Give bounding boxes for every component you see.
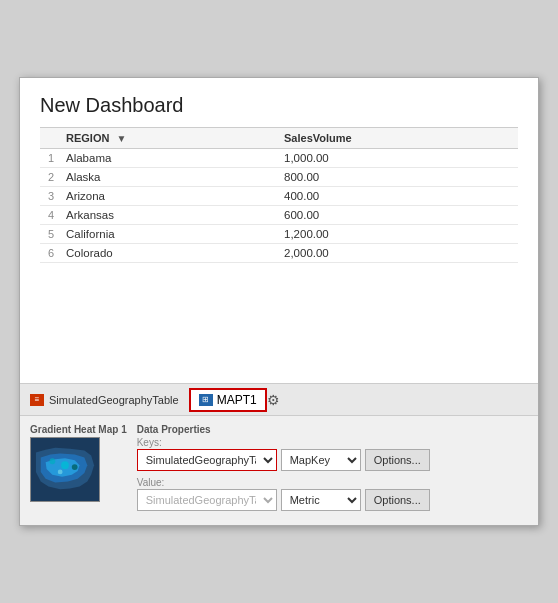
table-area: REGION ▼ SalesVolume 1Alabama1,000.002Al… [20,127,538,263]
gear-settings-icon[interactable]: ⚙ [267,392,280,408]
map-tab-icon: ⊞ [199,394,213,406]
row-number: 2 [40,168,60,187]
value-row: SimulatedGeographyTable Metric Options..… [137,489,528,511]
gradient-heat-map-label: Gradient Heat Map 1 [30,424,127,435]
tab-label-simulated: SimulatedGeographyTable [49,394,179,406]
data-properties-panel: Data Properties Keys: SimulatedGeography… [137,424,528,517]
value-table-select[interactable]: SimulatedGeographyTable [137,489,277,511]
salesvolume-cell: 600.00 [278,206,518,225]
salesvolume-cell: 1,200.00 [278,225,518,244]
tab-mapt1[interactable]: ⊞ MAPT1 [189,388,267,412]
map-thumbnail[interactable] [30,437,100,502]
value-options-button[interactable]: Options... [365,489,430,511]
keys-mapkey-select[interactable]: MapKey [281,449,361,471]
tab-bar: ≡ SimulatedGeographyTable ⊞ MAPT1 ⚙ [20,383,538,415]
value-label: Value: [137,477,528,488]
keys-label: Keys: [137,437,528,448]
region-cell: Arkansas [60,206,278,225]
bottom-panel: Gradient Heat Map 1 Data Properties [20,415,538,525]
salesvolume-cell: 400.00 [278,187,518,206]
row-number: 4 [40,206,60,225]
row-number: 5 [40,225,60,244]
region-cell: Colorado [60,244,278,263]
svg-point-3 [72,464,78,470]
row-number: 6 [40,244,60,263]
main-window: New Dashboard REGION ▼ SalesVolume 1Alab… [19,77,539,526]
table-row: 1Alabama1,000.00 [40,149,518,168]
svg-point-4 [58,470,63,475]
region-cell: Alaska [60,168,278,187]
keys-row: SimulatedGeographyTable MapKey Options..… [137,449,528,471]
keys-options-button[interactable]: Options... [365,449,430,471]
table-tab-icon: ≡ [30,394,44,406]
keys-table-select[interactable]: SimulatedGeographyTable [137,449,277,471]
empty-space [20,263,538,383]
row-num-header [40,128,60,149]
tab-simulated-geography-table[interactable]: ≡ SimulatedGeographyTable [20,388,189,412]
salesvolume-cell: 1,000.00 [278,149,518,168]
region-cell: Arizona [60,187,278,206]
table-row: 2Alaska800.00 [40,168,518,187]
salesvolume-label: SalesVolume [284,132,352,144]
region-label: REGION [66,132,109,144]
map-thumbnail-section: Gradient Heat Map 1 [30,424,127,502]
svg-point-2 [49,458,55,464]
salesvolume-cell: 2,000.00 [278,244,518,263]
table-row: 3Arizona400.00 [40,187,518,206]
value-section: Value: SimulatedGeographyTable Metric Op… [137,477,528,511]
region-cell: Alabama [60,149,278,168]
svg-point-1 [61,461,69,469]
value-metric-select[interactable]: Metric [281,489,361,511]
salesvolume-cell: 800.00 [278,168,518,187]
keys-section: Keys: SimulatedGeographyTable MapKey Opt… [137,437,528,471]
data-properties-label: Data Properties [137,424,528,435]
region-column-header[interactable]: REGION ▼ [60,128,278,149]
page-title: New Dashboard [20,78,538,127]
table-row: 5California1,200.00 [40,225,518,244]
filter-icon[interactable]: ▼ [116,133,126,144]
data-table: REGION ▼ SalesVolume 1Alabama1,000.002Al… [40,127,518,263]
tab-label-mapt1: MAPT1 [217,393,257,407]
row-number: 1 [40,149,60,168]
row-number: 3 [40,187,60,206]
table-row: 6Colorado2,000.00 [40,244,518,263]
salesvolume-column-header[interactable]: SalesVolume [278,128,518,149]
region-cell: California [60,225,278,244]
table-row: 4Arkansas600.00 [40,206,518,225]
